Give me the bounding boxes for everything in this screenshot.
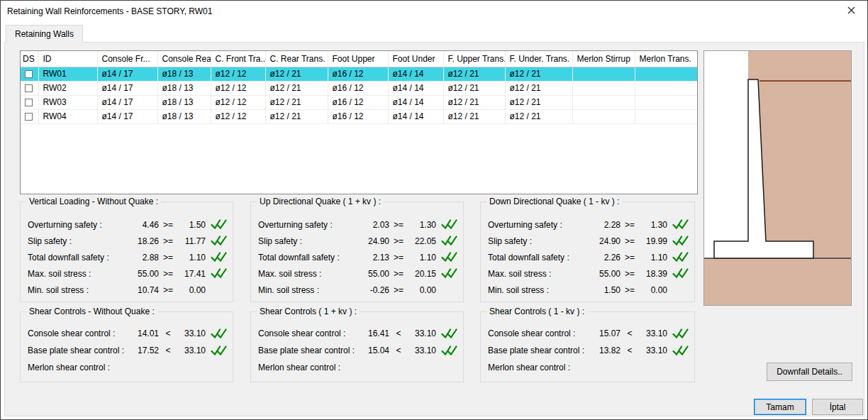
table-cell: ø18 / 13 (157, 81, 211, 95)
metric-value: 15.04 (360, 346, 389, 355)
metric-operator: >= (621, 236, 639, 246)
window-title: Retaining Wall Reinforcements - BASE STO… (1, 6, 212, 16)
table-cell: ø14 / 17 (97, 67, 157, 81)
table-row-rw02[interactable]: RW02 ø14 / 17 ø18 / 13 ø12 / 12 ø12 / 21… (21, 81, 697, 95)
col-header-foot-upper[interactable]: Foot Upper (328, 51, 388, 67)
row-checkbox[interactable] (25, 99, 33, 106)
metric-operator: < (389, 328, 408, 338)
table-cell: ø12 / 12 (211, 109, 265, 123)
cell-id: RW02 (38, 81, 97, 95)
panel-title: Shear Controls ( 1 - kv ) : (486, 306, 587, 316)
metric-value: 4.46 (129, 220, 159, 230)
metric-value: 14.01 (129, 328, 159, 338)
downfall-details-button[interactable]: Downfall Details.. (767, 363, 852, 381)
table-cell (635, 81, 697, 95)
metric-operator: >= (621, 285, 639, 295)
metric-label: Min. soil stress : (28, 285, 129, 295)
check-icon (439, 252, 460, 263)
col-header-merlon-trans[interactable]: Merlon Trans. (635, 51, 697, 67)
metric-value: 10.74 (129, 285, 159, 295)
metric-operator: >= (389, 269, 408, 279)
table-cell: ø16 / 12 (328, 109, 388, 123)
metric-label: Base plate shear control : (258, 346, 360, 355)
metric-operator: < (159, 346, 177, 355)
check-icon (439, 328, 460, 339)
metric-label: Total downfall safety : (258, 253, 360, 262)
row-checkbox[interactable] (25, 70, 33, 78)
table-cell: ø12 / 21 (265, 81, 328, 95)
metric-value: 2.26 (591, 253, 621, 262)
table-cell: ø14 / 17 (97, 95, 157, 109)
metric-label: Total downfall safety : (28, 253, 129, 262)
metric-operator: >= (389, 220, 408, 230)
panel-row: Merlon shear control : (481, 359, 694, 376)
table-row-rw03[interactable]: RW03 ø14 / 17 ø18 / 13 ø12 / 12 ø12 / 21… (21, 95, 697, 109)
table-cell (635, 95, 697, 109)
metric-label: Min. soil stress : (488, 285, 591, 295)
col-header-foot-under[interactable]: Foot Under (388, 51, 443, 67)
panel-row: Max. soil stress : 55.00 >= 17.41 (21, 265, 233, 282)
metric-value: 2.03 (360, 220, 389, 230)
metric-value: -0.26 (360, 285, 389, 295)
table-row-rw04[interactable]: RW04 ø14 / 17 ø18 / 13 ø12 / 12 ø12 / 21… (21, 109, 697, 123)
col-header-f-under-trans[interactable]: F. Under. Trans. (505, 51, 572, 67)
metric-operator: < (159, 328, 177, 338)
metric-value: 15.07 (591, 328, 621, 338)
col-header-c-rear-trans[interactable]: C. Rear Trans. (265, 51, 328, 67)
metric-limit: 1.10 (639, 253, 667, 262)
check-icon (670, 236, 691, 247)
check-icon (208, 219, 230, 231)
metric-label: Merlon shear control : (28, 363, 129, 372)
metric-limit: 17.41 (177, 269, 206, 279)
metric-value: 2.13 (360, 253, 389, 262)
col-header-f-upper-trans[interactable]: F. Upper Trans. (443, 51, 505, 67)
check-icon (670, 345, 691, 356)
check-icon (208, 236, 230, 247)
col-header-console-rear[interactable]: Console Rear (157, 51, 211, 67)
metric-value: 1.50 (591, 285, 621, 295)
metric-operator: >= (159, 285, 177, 295)
metric-label: Overturning safety : (28, 220, 129, 230)
table-cell: ø12 / 21 (265, 95, 328, 109)
metric-limit: 33.10 (408, 328, 436, 338)
metric-value: 55.00 (591, 269, 621, 279)
col-header-id[interactable]: ID (38, 51, 97, 67)
metric-operator: < (621, 346, 639, 355)
table-cell: ø12 / 21 (443, 95, 505, 109)
metric-value: 55.00 (129, 269, 159, 279)
panel-row: Base plate shear control : 13.82 < 33.10 (481, 342, 694, 359)
ok-button[interactable]: Tamam (754, 399, 806, 415)
col-header-console-front[interactable]: Console Fr... (97, 51, 157, 67)
panel-row: Overturning safety : 2.03 >= 1.30 (251, 216, 463, 233)
check-icon (208, 252, 230, 263)
tab-retaining-walls[interactable]: Retaining Walls (6, 25, 83, 43)
metric-label: Merlon shear control : (258, 363, 360, 372)
panel-shear-no-quake: Shear Controls - Without Quake : Console… (20, 311, 233, 382)
table-cell (572, 81, 635, 95)
row-checkbox[interactable] (25, 113, 33, 121)
close-button[interactable] (835, 1, 867, 22)
metric-label: Total downfall safety : (488, 253, 591, 262)
metric-label: Slip safety : (28, 236, 129, 246)
table-cell: ø16 / 12 (328, 95, 388, 109)
col-header-ds[interactable]: DS (21, 51, 38, 67)
metric-limit: 11.77 (177, 236, 206, 246)
table-cell: ø12 / 21 (265, 67, 328, 81)
row-checkbox[interactable] (25, 84, 33, 92)
metric-limit: 1.30 (639, 220, 667, 230)
metric-operator: < (621, 328, 639, 338)
metric-operator: >= (389, 285, 408, 295)
panel-row: Total downfall safety : 2.13 >= 1.10 (251, 249, 463, 265)
col-header-merlon-stirrup[interactable]: Merlon Stirrup (572, 51, 635, 67)
panel-row: Merlon shear control : (251, 359, 463, 376)
panel-row: Total downfall safety : 2.26 >= 1.10 (481, 249, 694, 265)
metric-label: Overturning safety : (258, 220, 360, 230)
check-icon (208, 345, 230, 356)
col-header-c-front-trans[interactable]: C. Front Tra... (211, 51, 265, 67)
table-row-rw01[interactable]: RW01 ø14 / 17 ø18 / 13 ø12 / 12 ø12 / 21… (21, 67, 697, 81)
metric-value: 24.90 (360, 236, 389, 246)
panel-row: Overturning safety : 4.46 >= 1.50 (21, 216, 233, 233)
cancel-button[interactable]: İptal (812, 399, 863, 415)
check-icon (670, 252, 691, 263)
metric-label: Slip safety : (488, 236, 591, 246)
